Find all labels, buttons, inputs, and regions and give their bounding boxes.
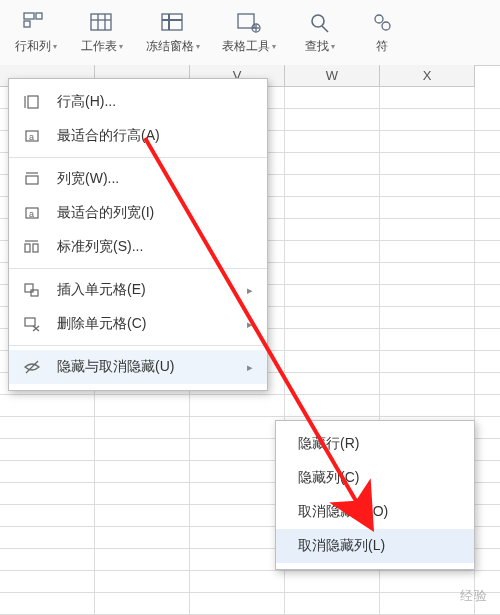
cell[interactable] [475,373,500,395]
cell[interactable] [285,329,380,351]
cell[interactable] [285,175,380,197]
toolbar-symbol[interactable]: 符 [356,4,408,59]
cell[interactable] [190,439,285,461]
cell[interactable] [475,461,500,483]
cell[interactable] [475,329,500,351]
cell[interactable] [285,219,380,241]
cell[interactable] [380,153,475,175]
cell[interactable] [0,483,95,505]
cell[interactable] [380,175,475,197]
cell[interactable] [475,109,500,131]
cell[interactable] [380,351,475,373]
cell[interactable] [0,395,95,417]
cell[interactable] [475,87,500,109]
cell[interactable] [285,263,380,285]
cell[interactable] [190,505,285,527]
menu-col-width[interactable]: 列宽(W)... [9,162,267,196]
cell[interactable] [0,461,95,483]
cell[interactable] [475,549,500,571]
cell[interactable] [0,439,95,461]
cell[interactable] [380,329,475,351]
cell[interactable] [475,197,500,219]
cell[interactable] [380,263,475,285]
cell[interactable] [0,505,95,527]
cell[interactable] [285,241,380,263]
cell[interactable] [95,483,190,505]
cell[interactable] [95,395,190,417]
menu-autofit-row[interactable]: a 最适合的行高(A) [9,119,267,153]
cell[interactable] [0,549,95,571]
cell[interactable] [380,395,475,417]
cell[interactable] [0,593,95,615]
cell[interactable] [95,549,190,571]
cell[interactable] [475,527,500,549]
cell[interactable] [285,307,380,329]
cell[interactable] [190,395,285,417]
cell[interactable] [0,417,95,439]
menu-insert-cell[interactable]: 插入单元格(E) ▸ [9,273,267,307]
cell[interactable] [0,527,95,549]
cell[interactable] [475,417,500,439]
cell[interactable] [380,87,475,109]
submenu-hide-row[interactable]: 隐藏行(R) [276,427,474,461]
submenu-hide-col[interactable]: 隐藏列(C) [276,461,474,495]
cell[interactable] [285,197,380,219]
cell[interactable] [285,571,380,593]
cell[interactable] [380,109,475,131]
cell[interactable] [190,527,285,549]
cell[interactable] [285,109,380,131]
cell[interactable] [475,439,500,461]
menu-delete-cell[interactable]: 删除单元格(C) ▸ [9,307,267,341]
submenu-unhide-row[interactable]: 取消隐藏行(O) [276,495,474,529]
cell[interactable] [475,219,500,241]
toolbar-find[interactable]: 查找▾ [290,4,350,59]
cell[interactable] [95,505,190,527]
menu-hide-unhide[interactable]: 隐藏与取消隐藏(U) ▸ [9,350,267,384]
cell[interactable] [285,373,380,395]
cell[interactable] [190,571,285,593]
cell[interactable] [475,395,500,417]
menu-autofit-col[interactable]: a 最适合的列宽(I) [9,196,267,230]
cell[interactable] [190,483,285,505]
cell[interactable] [475,153,500,175]
cell[interactable] [285,131,380,153]
cell[interactable] [475,505,500,527]
cell[interactable] [0,571,95,593]
cell[interactable] [95,527,190,549]
cell[interactable] [95,417,190,439]
toolbar-worksheet[interactable]: 工作表▾ [72,4,132,59]
cell[interactable] [285,395,380,417]
cell[interactable] [475,241,500,263]
cell[interactable] [380,285,475,307]
cell[interactable] [95,461,190,483]
cell[interactable] [190,461,285,483]
cell[interactable] [95,593,190,615]
cell[interactable] [380,307,475,329]
cell[interactable] [95,439,190,461]
cell[interactable] [475,285,500,307]
cell[interactable] [190,549,285,571]
cell[interactable] [285,285,380,307]
cell[interactable] [475,263,500,285]
menu-std-col[interactable]: 标准列宽(S)... [9,230,267,264]
col-header[interactable]: X [380,65,475,87]
cell[interactable] [285,87,380,109]
toolbar-rowcol[interactable]: 行和列▾ [6,4,66,59]
cell[interactable] [380,197,475,219]
cell[interactable] [285,153,380,175]
cell[interactable] [380,373,475,395]
submenu-unhide-col[interactable]: 取消隐藏列(L) [276,529,474,563]
col-header[interactable]: W [285,65,380,87]
cell[interactable] [380,131,475,153]
cell[interactable] [475,131,500,153]
cell[interactable] [380,241,475,263]
cell[interactable] [190,417,285,439]
menu-row-height[interactable]: 行高(H)... [9,85,267,119]
toolbar-tabletools[interactable]: 表格工具▾ [214,4,284,59]
cell[interactable] [285,593,380,615]
cell[interactable] [475,351,500,373]
cell[interactable] [475,483,500,505]
cell[interactable] [380,219,475,241]
cell[interactable] [475,175,500,197]
cell[interactable] [475,307,500,329]
